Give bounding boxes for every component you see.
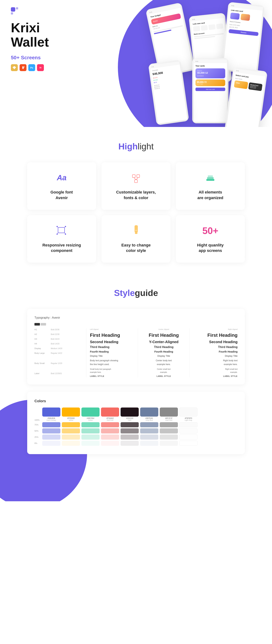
- colors-label: Colors: [34, 399, 238, 403]
- styleguide-section: Styleguide Typography : Avenir H1 Bold 2…: [0, 274, 272, 501]
- feature-card-font: Aa Google font Avenir: [27, 162, 96, 210]
- svg-rect-8: [134, 180, 138, 183]
- feature-card-organized: All elements are organized: [176, 162, 245, 210]
- swatch-light: #F9F9F9 Light Gray: [179, 408, 198, 421]
- colors-box: Colors 100% #5664DA Dark Primary #FFB300…: [27, 392, 245, 454]
- svg-rect-9: [206, 179, 214, 181]
- typo-row-h2: H2 Bold 22/30: [34, 333, 82, 335]
- hero-title: Krixi Wallet: [11, 21, 69, 49]
- colors-8pct-row: 8%: [34, 441, 238, 446]
- screens-count: 50+ Screens: [11, 55, 69, 60]
- tool-figma-icon: [20, 64, 26, 71]
- swatch-green: #48CFA4 Green: [82, 408, 100, 421]
- screens-label: Screens: [20, 55, 41, 60]
- feature-number-display: 50+: [202, 225, 218, 236]
- hero-title-line2: Wallet: [11, 35, 49, 49]
- tool-sketch-icon: [11, 64, 18, 71]
- svg-rect-19: [56, 234, 58, 235]
- svg-rect-17: [56, 226, 58, 227]
- svg-rect-20: [65, 234, 66, 235]
- feature-title-screens: Hight quanlity app screens: [183, 242, 238, 254]
- feature-icon-resize: [55, 224, 68, 237]
- svg-rect-18: [65, 226, 66, 227]
- highlight-title-colored: High: [118, 142, 138, 151]
- typography-label: Typography : Avenir: [34, 316, 238, 319]
- feature-title-color: Easy to change color style: [109, 242, 163, 254]
- highlight-section: Highlight Aa Google font Avenir Customiz…: [0, 127, 272, 274]
- hero-left-content: Krixi Wallet 50+ Screens: [11, 7, 69, 71]
- feature-card-color: Easy to change color style: [102, 215, 170, 263]
- svg-line-6: [134, 178, 136, 180]
- svg-rect-11: [208, 175, 213, 177]
- feature-card-screens: 50+ Hight quanlity app screens: [176, 215, 245, 263]
- svg-rect-12: [58, 228, 64, 233]
- colors-75pct-row: 75%: [34, 422, 238, 427]
- swatch-dark: #201319 Dark: [120, 408, 139, 421]
- swatch-yellow: #FFB300 Yellow: [62, 408, 80, 421]
- resize-svg-icon: [56, 226, 67, 236]
- colors-25pct-row: 25%: [34, 434, 238, 440]
- feature-title-font: Google font Avenir: [34, 190, 89, 201]
- swatch-dark-red: #6F1F1F Dark Red: [160, 408, 178, 421]
- typo-row-h4: H4 Bold 14/20: [34, 342, 82, 345]
- svg-rect-10: [207, 177, 214, 179]
- font-weight-toggles: [34, 323, 238, 326]
- phone-your-cards: 9:41 Your cards Balance $5,000-12 BUSINE…: [192, 58, 228, 123]
- tool-ps-icon: Ps: [28, 64, 35, 71]
- tool-icons-row: Ps in: [11, 64, 69, 71]
- tool-invision-icon: in: [37, 64, 44, 71]
- typo-col-labels: H1 Bold 20/36 H2 Bold 22/30 H3 Bold 16/2…: [34, 328, 82, 377]
- feature-title-resize: Responsive resizing component: [34, 242, 89, 254]
- paint-svg-icon: [132, 225, 140, 236]
- styleguide-title-colored: Style: [114, 288, 135, 298]
- colors-50pct-row: 50%: [34, 428, 238, 434]
- hero-section: Krixi Wallet 50+ Screens: [0, 0, 272, 127]
- feature-icon-paint: [130, 224, 142, 237]
- svg-rect-4: [132, 175, 135, 178]
- phone-mockups-container: 9:41 Your budget $1000 $680.09 • $5,600,…: [118, 0, 272, 127]
- highlight-title: Highlight: [14, 142, 258, 152]
- typography-icon: Aa: [57, 174, 66, 182]
- feature-icon-stack: [204, 172, 217, 184]
- typo-row-h1: H1 Bold 20/36: [34, 328, 82, 330]
- features-grid: Aa Google font Avenir Customizable layer…: [27, 162, 245, 262]
- feature-icon-number: 50+: [204, 224, 217, 237]
- layers-svg-icon: [130, 173, 142, 183]
- typo-col-left: Left Aligned First Heading Second Headin…: [86, 328, 134, 377]
- typo-col-right: Right Aligned First Heading Second Headi…: [190, 328, 238, 377]
- feature-title-organized: All elements are organized: [183, 190, 238, 201]
- feature-icon-typography: Aa: [55, 172, 68, 184]
- colors-wrapper: Colors 100% #5664DA Dark Primary #FFB300…: [14, 392, 258, 454]
- swatch-purple: #5664DA Dark Primary: [42, 408, 60, 421]
- svg-rect-21: [134, 225, 138, 232]
- swatch-gray: #6B7EA1 Gray Blue: [140, 408, 158, 421]
- feature-icon-layers: [130, 172, 142, 184]
- logo-icon: [11, 7, 22, 16]
- feature-card-resize: Responsive resizing component: [27, 215, 96, 263]
- svg-rect-0: [11, 7, 15, 12]
- styleguide-title-normal: guide: [135, 288, 158, 298]
- typo-row-body-lg: Body Large Regular 14/22: [34, 352, 82, 354]
- svg-rect-2: [11, 12, 13, 14]
- stack-svg-icon: [205, 173, 216, 182]
- typography-grid: H1 Bold 20/36 H2 Bold 22/30 H3 Bold 16/2…: [34, 328, 238, 377]
- svg-rect-1: [16, 7, 18, 10]
- svg-rect-22: [135, 232, 138, 234]
- feature-title-layers: Customizable layers, fonts & color: [109, 190, 163, 201]
- typo-row-label: Label Bold 12/20/01: [34, 372, 82, 374]
- typo-row-h3: H3 Bold 16/24: [34, 338, 82, 340]
- feature-card-layers: Customizable layers, fonts & color: [102, 162, 170, 210]
- styleguide-title: Styleguide: [14, 288, 258, 298]
- colors-100pct-row: 100% #5664DA Dark Primary #FFB300 Yellow…: [34, 408, 238, 421]
- svg-rect-23: [135, 230, 137, 231]
- typography-box: Typography : Avenir H1 Bold 20/36 H2 Bol…: [27, 309, 245, 384]
- swatch-red: #F56A62 Red Pink: [101, 408, 119, 421]
- typo-row-body-sm: Body Small Regular 12/20: [34, 362, 82, 364]
- typo-row-display: Display Medium 14/20: [34, 347, 82, 350]
- hero-title-line1: Krixi: [11, 20, 40, 35]
- svg-line-7: [136, 178, 138, 180]
- typo-col-center: Center Aligned First Heading Y-Center-Al…: [138, 328, 186, 377]
- svg-rect-5: [137, 175, 140, 178]
- highlight-title-normal: light: [138, 142, 154, 151]
- screens-number: 50+: [11, 55, 20, 60]
